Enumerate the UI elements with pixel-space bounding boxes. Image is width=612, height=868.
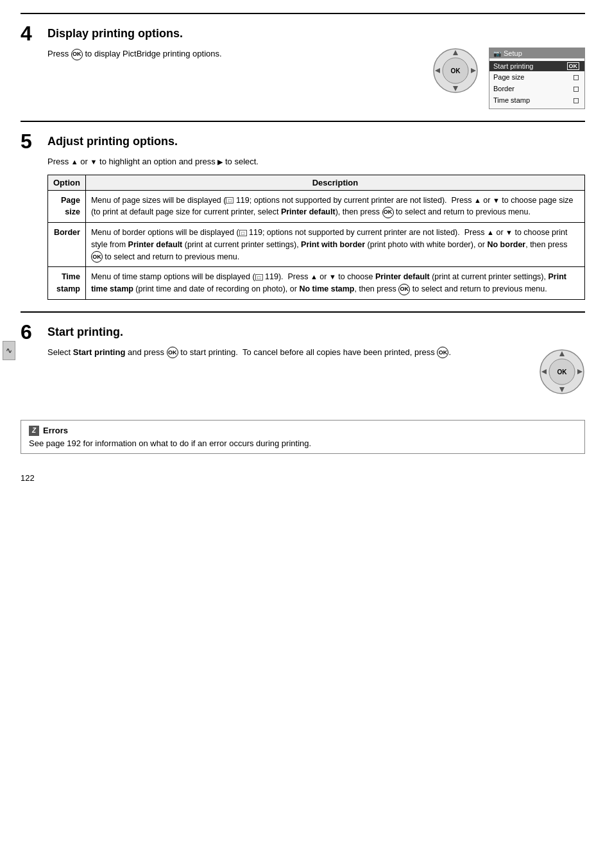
ref-box-1: □ [226,197,234,204]
setup-screen-header: 📷 Setup [489,48,584,58]
note-icon: Z [29,426,39,436]
step6-section: ∿ 6 Start printing. Select Start printin… [21,311,585,408]
step6-description: Select Start printing and press OK to st… [47,346,526,359]
step4-layout: Press OK to display PictBridge printing … [47,48,585,109]
step4-right: OK 📷 Setup [432,48,585,109]
right-arrow-1: ▶ [217,158,223,166]
options-table: Option Description Pagesize Menu of page… [47,175,585,300]
col-option: Option [48,175,86,190]
down-arrow-3: ▼ [506,229,513,236]
step4-section: 4 Display printing options. Press OK to … [21,13,585,121]
setup-row-border: Border ◻ [489,83,584,94]
option-name-pagesize: Pagesize [48,190,86,223]
note-box: Z Errors See page 192 for information on… [21,420,585,454]
table-row-border: Border Menu of border options will be di… [48,223,585,267]
setup-row-start-printing: Start printing OK [489,61,584,71]
ref-box-2: □ [239,230,247,236]
option-name-timestamp: Timestamp [48,267,86,300]
down-arrow-4: ▼ [329,273,336,281]
step6-right: OK [539,346,585,397]
step5-body: Press ▲ or ▼ to highlight an option and … [21,155,585,300]
svg-text:OK: OK [557,369,568,376]
option-desc-timestamp: Menu of time stamp options will be displ… [85,267,584,300]
ok-symbol-5: OK [167,347,178,358]
option-desc-pagesize: Menu of page sizes will be displayed (□ … [85,190,584,223]
step5-section: 5 Adjust printing options. Press ▲ or ▼ … [21,121,585,311]
page-number: 122 [21,473,585,483]
step4-title: Display printing options. [47,23,183,40]
bold-printer-default-3: Printer default [375,272,430,281]
left-margin-tab: ∿ [3,341,15,360]
ok-symbol-3: OK [91,251,103,263]
option-desc-border: Menu of border options will be displayed… [85,223,584,267]
note-body: See page 192 for information on what to … [29,438,577,448]
setup-row-page-size: Page size ◻ [489,71,584,83]
ok-symbol-6: OK [437,347,448,358]
step4-text: Press OK to display PictBridge printing … [47,48,420,63]
ok-symbol-4: OK [398,284,410,295]
svg-text:OK: OK [451,67,461,74]
page-content: 4 Display printing options. Press OK to … [21,13,585,483]
ok-symbol-2: OK [382,207,394,218]
step4-number: 4 [21,23,38,44]
up-arrow-1: ▲ [71,158,78,166]
bold-no-border: No border [487,240,525,249]
bold-no-time-stamp: No time stamp [299,284,354,293]
step6-title: Start printing. [47,322,123,339]
bold-printer-default-1: Printer default [281,207,336,216]
border-icon: ◻ [573,84,579,93]
step5-header: 5 Adjust printing options. [21,131,585,152]
up-arrow-4: ▲ [310,273,318,281]
setup-row-label-border: Border [493,85,514,92]
ok-dial-2: OK [539,349,585,397]
up-arrow-2: ▲ [474,196,481,204]
col-description: Description [85,175,584,190]
down-arrow-1: ▼ [90,158,98,166]
setup-screen-body: Start printing OK Page size ◻ Border ◻ [489,58,584,108]
setup-row-label-page: Page size [493,73,524,81]
step6-header: 6 Start printing. [21,322,585,342]
step6-body: Select Start printing and press OK to st… [21,346,585,397]
timestamp-icon: ◻ [573,96,579,105]
setup-screen: 📷 Setup Start printing OK Page size ◻ [489,48,585,109]
step5-number: 5 [21,131,38,152]
setup-row-timestamp: Time stamp ◻ [489,94,584,106]
step5-intro: Press ▲ or ▼ to highlight an option and … [47,155,585,168]
step4-header: 4 Display printing options. [21,23,585,44]
page-size-icon: ◻ [573,73,579,82]
setup-row-label-start: Start printing [493,62,533,70]
setup-screen-title: Setup [504,49,522,57]
step4-description: Press OK to display PictBridge printing … [47,48,420,60]
table-row-pagesize: Pagesize Menu of page sizes will be disp… [48,190,585,223]
ok-symbol-1: OK [71,49,83,60]
table-row-timestamp: Timestamp Menu of time stamp options wil… [48,267,585,300]
up-arrow-3: ▲ [487,229,494,236]
step6-number: 6 [21,322,38,342]
bold-start-printing: Start printing [73,347,126,357]
note-title: Z Errors [29,426,577,436]
down-arrow-2: ▼ [493,196,500,204]
bold-print-with-border: Print with border [301,240,365,249]
option-name-border: Border [48,223,86,267]
ref-box-3: □ [255,274,263,281]
ok-badge: OK [567,62,580,70]
ok-dial-1: OK [432,48,479,96]
camera-icon: 📷 [493,50,501,57]
step4-body: Press OK to display PictBridge printing … [21,48,585,109]
setup-row-label-timestamp: Time stamp [493,96,530,104]
step5-title: Adjust printing options. [47,131,178,148]
step6-layout: Select Start printing and press OK to st… [47,346,585,397]
bold-printer-default-2: Printer default [128,240,183,249]
note-heading: Errors [43,426,68,435]
step6-text: Select Start printing and press OK to st… [47,346,526,361]
